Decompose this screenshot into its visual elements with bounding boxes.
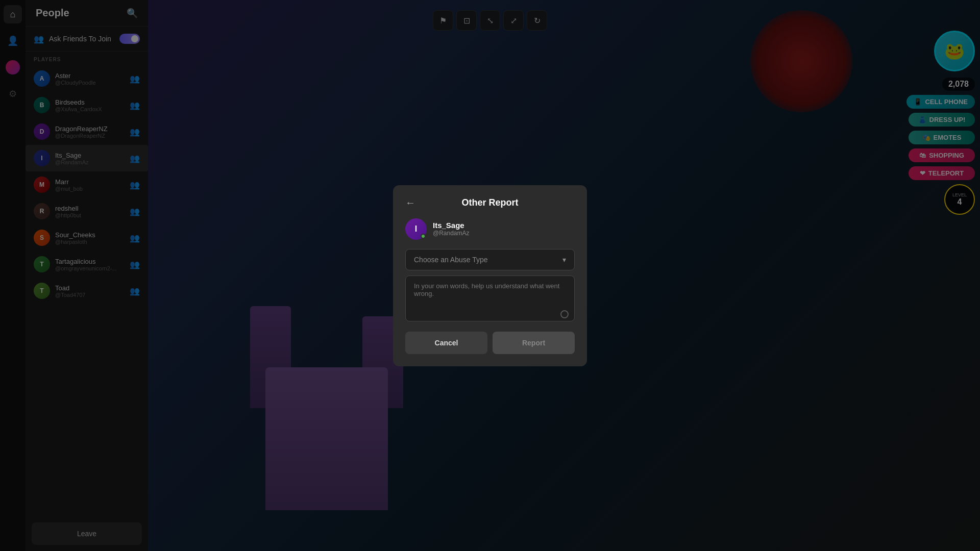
chevron-down-icon: ▾ — [562, 256, 566, 264]
modal-user-info: I Its_Sage @RandamAz — [405, 218, 575, 240]
modal-user-handle: @RandamAz — [433, 230, 470, 237]
modal-avatar-status — [421, 234, 426, 239]
modal-user-details: Its_Sage @RandamAz — [433, 221, 470, 237]
modal-actions: Cancel Report — [405, 332, 575, 354]
modal-header: ← Other Report — [405, 197, 575, 208]
modal-username: Its_Sage — [433, 221, 470, 230]
report-button[interactable]: Report — [493, 332, 575, 354]
description-textarea[interactable] — [405, 276, 575, 321]
modal-avatar-initial: I — [415, 224, 417, 234]
description-wrapper — [405, 276, 575, 323]
abuse-type-placeholder: Choose an Abuse Type — [414, 256, 488, 264]
modal-title: Other Report — [405, 197, 575, 208]
report-modal: ← Other Report I Its_Sage @RandamAz Choo… — [393, 185, 587, 366]
modal-overlay: ← Other Report I Its_Sage @RandamAz Choo… — [0, 0, 980, 551]
resize-icon — [560, 310, 569, 318]
modal-avatar: I — [405, 218, 427, 240]
back-button[interactable]: ← — [405, 197, 415, 209]
cancel-button[interactable]: Cancel — [405, 332, 487, 354]
abuse-type-dropdown[interactable]: Choose an Abuse Type ▾ — [405, 249, 575, 270]
